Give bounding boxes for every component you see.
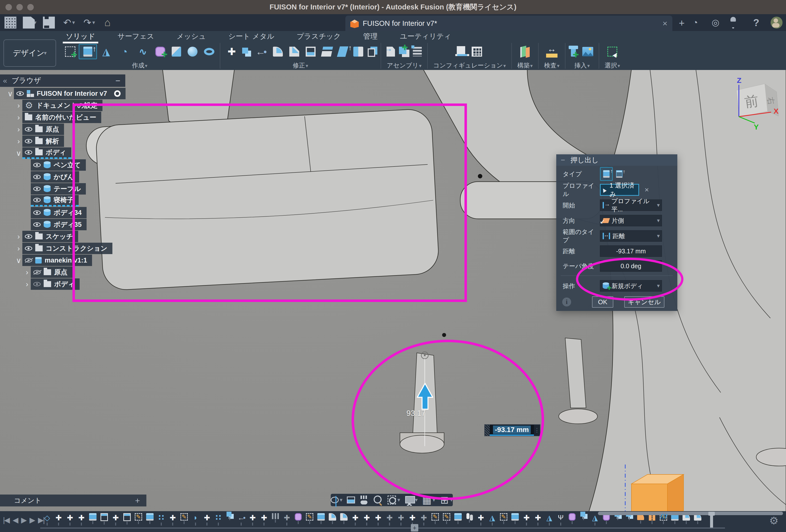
qat-redo-button[interactable]: ▾	[82, 17, 95, 28]
workspace-selector[interactable]: デザイン ▾	[3, 40, 56, 67]
ribbon-group-label[interactable]: 構築▾	[517, 61, 533, 69]
configure-icon[interactable]	[457, 46, 465, 55]
visibility-eye-icon[interactable]	[33, 222, 41, 227]
expander-right-icon[interactable]: ›	[15, 232, 22, 241]
ribbon-tab-ソリッド[interactable]: ソリッド	[66, 31, 95, 42]
account-ring-icon[interactable]	[710, 17, 721, 28]
pan-icon[interactable]	[360, 495, 369, 505]
qat-save-button[interactable]	[43, 17, 55, 28]
timeline-item-move-free[interactable]	[419, 513, 428, 526]
timeline-item-extrude[interactable]	[454, 513, 462, 526]
playback-go-to-start-button[interactable]: |◀	[3, 516, 9, 524]
playback-step-forward-button[interactable]: ▶	[29, 516, 34, 524]
timeline-item-move-free[interactable]	[282, 513, 291, 526]
layout-grid-icon[interactable]	[422, 495, 432, 505]
measure-icon[interactable]	[546, 46, 558, 57]
timeline-item-extrude[interactable]	[317, 513, 325, 526]
tree-row-FUISON for Interior v7[interactable]: ∨FUISON for Interior v7	[6, 88, 125, 99]
timeline-item-sketch[interactable]	[499, 513, 508, 526]
view-cube[interactable]: 前 右 Z X Y	[727, 74, 786, 132]
qat-file-button[interactable]: ▾	[23, 17, 37, 28]
ribbon-group-label[interactable]: 修正▾	[293, 61, 308, 69]
draft-icon[interactable]	[337, 46, 348, 57]
operation-dropdown[interactable]: 新規ボディ ▾	[600, 280, 662, 292]
tree-row-ペン立て[interactable]: ペン立て	[23, 159, 86, 171]
distance-input-tooltip[interactable]: -93.17 mm ⋮	[484, 424, 540, 436]
expander-down-icon[interactable]: ∨	[15, 256, 22, 265]
tree-item-chip[interactable]: 原点	[31, 267, 72, 278]
timeline-item-loft[interactable]	[43, 513, 52, 526]
visibility-eye-icon[interactable]	[33, 282, 41, 286]
close-tab-icon[interactable]: ×	[663, 19, 667, 28]
new-tab-button[interactable]: +	[679, 18, 685, 29]
activate-component-radio[interactable]	[114, 90, 121, 97]
visibility-eye-icon[interactable]	[25, 246, 32, 251]
tree-row-ドキュメントの設定[interactable]: ›ドキュメントの設定	[15, 100, 102, 111]
dialog-minimize-icon[interactable]: −	[561, 156, 565, 164]
start-dropdown[interactable]: プロファイル平... ▾	[600, 200, 662, 211]
timeline-item-combine[interactable]	[579, 513, 588, 526]
ribbon-tab-プラスチック[interactable]: プラスチック	[297, 31, 341, 42]
ribbon-group-label[interactable]: 検査▾	[544, 61, 559, 69]
timeline-item-extrude[interactable]	[145, 513, 154, 526]
joint-list-icon[interactable]	[413, 47, 422, 56]
visibility-eye-icon[interactable]	[25, 150, 32, 155]
split-body-icon[interactable]	[353, 47, 363, 56]
timeline-item-slider[interactable]	[271, 513, 280, 526]
expander-right-icon[interactable]: ›	[23, 268, 31, 276]
minimize-panel-icon[interactable]: −	[115, 76, 120, 86]
timeline-item-sheet[interactable]	[100, 513, 109, 526]
collapse-panel-icon[interactable]: «	[3, 76, 7, 85]
timeline-item-move[interactable]	[374, 513, 383, 526]
timeline-item-move[interactable]	[259, 513, 269, 526]
tree-item-chip[interactable]: 寝椅子	[31, 195, 79, 206]
press-pull-icon[interactable]	[255, 46, 267, 57]
visibility-eye-icon[interactable]	[33, 187, 41, 191]
visibility-eye-icon[interactable]	[33, 210, 41, 215]
tree-row-スケッチ[interactable]: ›スケッチ	[15, 231, 78, 242]
chamfer-icon[interactable]	[289, 47, 299, 56]
primitive-sphere-icon[interactable]	[188, 47, 198, 56]
tree-row-ボディ[interactable]: ∨ボディ	[15, 147, 71, 159]
combine-icon[interactable]	[242, 48, 248, 53]
sweep-icon[interactable]	[119, 46, 131, 57]
ribbon-group-label[interactable]: 作成▾	[132, 61, 147, 69]
tree-item-chip[interactable]: テーブル	[31, 183, 86, 194]
timeline-item-move[interactable]	[66, 513, 74, 526]
tree-row-ボディ[interactable]: ›ボディ	[23, 278, 79, 290]
timeline-playhead[interactable]	[710, 512, 713, 528]
tree-row-ボディ35[interactable]: ボディ35	[23, 219, 87, 230]
insert-canvas-icon[interactable]	[582, 47, 593, 56]
expander-right-icon[interactable]: ›	[15, 137, 22, 145]
timeline-item-form[interactable]	[294, 513, 303, 526]
timeline-item-sketch[interactable]	[442, 513, 451, 526]
timeline-item-move[interactable]	[168, 513, 177, 526]
timeline-item-fillet[interactable]	[340, 513, 348, 526]
timeline-item-move[interactable]	[522, 513, 531, 526]
ribbon-tab-メッシュ[interactable]: メッシュ	[177, 31, 206, 42]
look-at-icon[interactable]	[347, 496, 355, 504]
tree-item-chip[interactable]: manekin v1:1	[22, 255, 92, 266]
primitive-torus-icon[interactable]	[204, 48, 214, 55]
timeline-item-fillet[interactable]	[328, 513, 337, 526]
tree-item-chip[interactable]: 解析	[22, 136, 64, 147]
timeline-item-sketch[interactable]	[305, 513, 314, 526]
timeline-item-move[interactable]	[408, 513, 417, 526]
expander-right-icon[interactable]: ›	[15, 101, 22, 110]
tree-item-chip[interactable]: スケッチ	[22, 231, 78, 242]
expander-down-icon[interactable]: ∨	[15, 149, 22, 158]
bell-icon[interactable]	[730, 17, 742, 28]
timeline-item-move[interactable]	[351, 513, 360, 526]
visibility-eye-icon[interactable]	[33, 163, 41, 167]
tree-item-chip[interactable]: 名前の付いたビュー	[22, 112, 101, 123]
create-sketch-icon[interactable]	[65, 46, 75, 57]
viewports-icon[interactable]	[440, 495, 449, 505]
extent-type-dropdown[interactable]: 距離 ▾	[600, 230, 662, 242]
timeline-item-mirror[interactable]	[488, 513, 497, 526]
tree-row-寝椅子[interactable]: 寝椅子	[23, 195, 79, 206]
expander-right-icon[interactable]: ›	[15, 244, 22, 253]
timeline-item-move[interactable]	[54, 513, 63, 526]
timeline-item-mirror[interactable]	[591, 513, 599, 526]
pipe-icon[interactable]	[137, 46, 149, 57]
visibility-eye-icon[interactable]	[33, 270, 41, 274]
